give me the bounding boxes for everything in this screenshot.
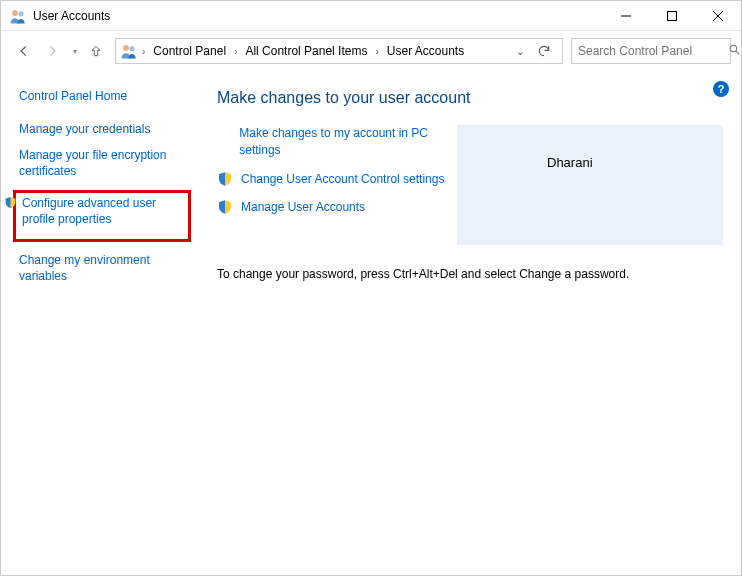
address-dropdown-icon[interactable]: ⌄ [516, 46, 524, 57]
shield-icon [217, 199, 233, 215]
maximize-button[interactable] [649, 1, 695, 31]
env-variables-link[interactable]: Change my environment variables [19, 252, 201, 284]
breadcrumb-separator-icon: › [140, 46, 147, 57]
svg-point-6 [123, 45, 129, 51]
user-accounts-icon [9, 7, 27, 25]
manage-accounts-link[interactable]: Manage User Accounts [241, 199, 365, 216]
search-icon [728, 43, 741, 59]
close-button[interactable] [695, 1, 741, 31]
breadcrumb-level2[interactable]: User Accounts [383, 44, 468, 58]
search-box[interactable] [571, 38, 731, 64]
svg-line-9 [736, 51, 739, 54]
address-icon [120, 42, 138, 60]
manage-encryption-link[interactable]: Manage your file encryption certificates [19, 147, 201, 179]
back-button[interactable] [11, 38, 37, 64]
page-heading: Make changes to your user account [217, 89, 723, 107]
content-area: ? Make changes to your user account Make… [211, 71, 741, 576]
pc-settings-link[interactable]: Make changes to my account in PC setting… [239, 125, 447, 159]
account-card: Dharani [457, 125, 723, 245]
svg-rect-3 [668, 11, 677, 20]
svg-point-8 [730, 45, 737, 52]
manage-credentials-link[interactable]: Manage your credentials [19, 121, 201, 137]
password-note: To change your password, press Ctrl+Alt+… [217, 267, 723, 281]
help-icon[interactable]: ? [713, 81, 729, 97]
breadcrumb-separator-icon: › [232, 46, 239, 57]
svg-point-0 [12, 10, 18, 16]
up-button[interactable] [85, 40, 107, 62]
svg-point-7 [129, 46, 134, 51]
title-bar: User Accounts [1, 1, 741, 31]
breadcrumb-root[interactable]: Control Panel [149, 44, 230, 58]
toolbar: ▾ › Control Panel › All Control Panel It… [1, 31, 741, 71]
breadcrumb-separator-icon: › [373, 46, 380, 57]
recent-locations-button[interactable]: ▾ [67, 47, 83, 56]
shield-icon [4, 196, 18, 209]
svg-point-1 [18, 11, 23, 16]
breadcrumb-level1[interactable]: All Control Panel Items [241, 44, 371, 58]
refresh-button[interactable] [534, 44, 554, 58]
search-input[interactable] [578, 44, 728, 58]
window-title: User Accounts [33, 9, 603, 23]
highlighted-item: Configure advanced user profile properti… [13, 190, 191, 242]
advanced-profile-link[interactable]: Configure advanced user profile properti… [22, 195, 184, 227]
address-bar[interactable]: › Control Panel › All Control Panel Item… [115, 38, 563, 64]
shield-icon [217, 171, 233, 187]
control-panel-home-link[interactable]: Control Panel Home [19, 89, 201, 103]
sidebar: Control Panel Home Manage your credentia… [1, 71, 211, 576]
uac-settings-link[interactable]: Change User Account Control settings [241, 171, 444, 188]
forward-button[interactable] [39, 38, 65, 64]
account-name: Dharani [547, 155, 713, 170]
minimize-button[interactable] [603, 1, 649, 31]
